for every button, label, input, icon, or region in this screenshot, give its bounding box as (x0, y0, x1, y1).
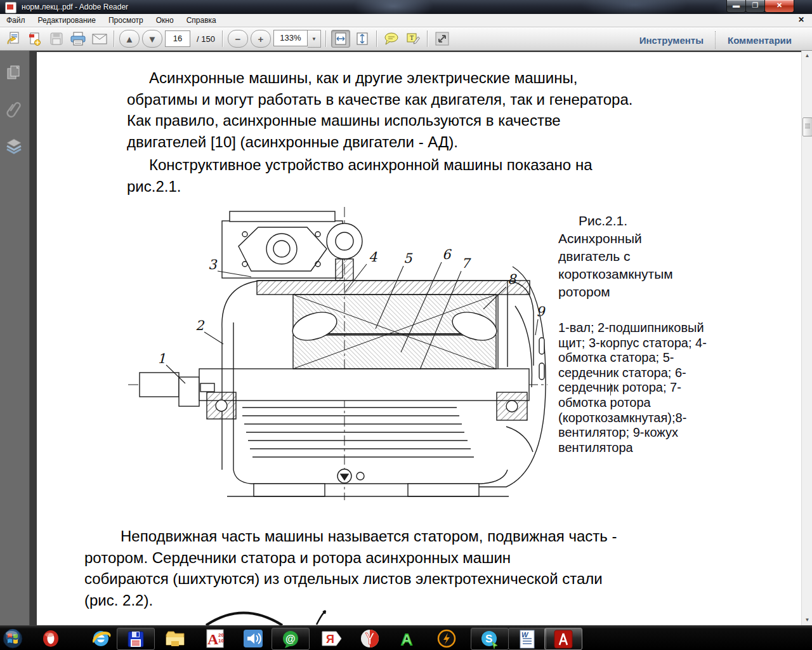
next-page-icon[interactable]: ▼ (142, 30, 162, 48)
comment-glyph (383, 32, 400, 46)
text-line: собираются (шихтуются) из отдельных лист… (84, 568, 617, 590)
figure-caption: Рис.2.1. Асинхронный двигатель с коротко… (558, 212, 673, 301)
volume-app-icon[interactable] (239, 628, 267, 648)
opera-icon[interactable] (38, 628, 63, 648)
attachments-paperclip-icon[interactable] (5, 100, 23, 118)
pdf-page: Асинхронные машины, как и другие электри… (37, 52, 801, 625)
word-icon[interactable]: W (508, 628, 546, 650)
callout-4: 4 (369, 249, 377, 265)
vertical-scrollbar[interactable]: ▲ ▼ (801, 51, 812, 625)
paragraph-2: Конструктивное устройство асинхронной ма… (127, 154, 592, 197)
svg-text:S: S (485, 633, 492, 645)
text-line: Асинхронный (558, 230, 673, 248)
adobe-pdf-icon (5, 2, 16, 13)
figure-2-2-partial (199, 606, 344, 625)
text-line: Конструктивное устройство асинхронной ма… (127, 154, 592, 176)
svg-text:@: @ (285, 633, 296, 644)
save-glyph (49, 31, 64, 46)
text-line: двигатель с (558, 248, 673, 265)
daemon-tools-icon[interactable] (433, 628, 461, 648)
text-line: сердечник ротора; 7- (558, 380, 707, 395)
tools-panel-button[interactable]: Инструменты (628, 35, 715, 46)
svg-text:T: T (410, 34, 414, 41)
toolbar-separator (325, 30, 327, 47)
menu-window[interactable]: Окно (150, 14, 180, 27)
text-line: обмотка ротора (558, 395, 707, 411)
text-line: ротором (558, 283, 673, 301)
text-line: 1-вал; 2-подшипниковый (558, 321, 707, 336)
fit-page-button[interactable] (353, 30, 372, 48)
autocad-icon[interactable]: A2010 (202, 628, 230, 648)
panel-buttons: Инструменты Комментарии (628, 31, 803, 49)
toolbar-separator (222, 30, 223, 47)
navigation-sidebar (0, 51, 30, 625)
previous-page-icon[interactable]: ▲ (119, 30, 140, 48)
start-orb[interactable] (1, 628, 24, 648)
scroll-up-icon[interactable]: ▲ (802, 51, 812, 61)
menu-help[interactable]: Справка (180, 14, 223, 27)
fullscreen-icon[interactable] (433, 30, 452, 48)
email-glyph (91, 32, 108, 46)
menu-edit[interactable]: Редактирование (32, 14, 102, 27)
abbyy-icon[interactable]: AA (395, 628, 424, 648)
close-document-icon[interactable]: ✕ (798, 15, 804, 24)
menu-file[interactable]: Файл (0, 14, 32, 27)
scrollbar-thumb[interactable] (802, 117, 812, 136)
explorer-folder-icon[interactable] (162, 628, 189, 648)
print-icon[interactable] (69, 30, 88, 48)
toolbar-separator (427, 30, 428, 47)
layers-icon[interactable] (5, 137, 23, 155)
text-cursor (610, 383, 611, 395)
save-icon[interactable] (47, 30, 66, 48)
print-glyph (70, 31, 86, 46)
text-line: Как правило, асинхронные машины использу… (127, 110, 632, 131)
close-button[interactable]: ✕ (764, 0, 794, 13)
skype-icon[interactable]: S (471, 628, 509, 650)
email-icon[interactable] (90, 30, 109, 48)
text-line: Неподвижная часть машины называется стат… (84, 526, 617, 547)
callout-2: 2 (195, 318, 205, 333)
title-bar: норм.лекц..pdf - Adobe Reader ▬ ❐ ✕ (0, 0, 812, 14)
yandex-browser-icon[interactable] (356, 628, 384, 648)
menu-view[interactable]: Просмотр (102, 14, 150, 27)
comments-panel-button[interactable]: Комментарии (716, 35, 803, 46)
internet-explorer-icon[interactable] (88, 628, 115, 648)
taskbar: A2010 @ Я AA S W RU ▲ 2:39 05.01.2015 (0, 625, 812, 650)
svg-text:A: A (402, 632, 411, 646)
zoom-dropdown-icon[interactable]: ▼ (308, 30, 321, 48)
text-line: Асинхронные машины, как и другие электри… (127, 67, 632, 89)
figure-legend: 1-вал; 2-подшипниковый щит; 3-корпус ста… (558, 321, 707, 455)
mailru-agent-icon[interactable]: @ (272, 628, 310, 650)
create-pdf-icon[interactable] (25, 30, 44, 48)
zoom-in-icon[interactable]: + (251, 30, 271, 48)
paragraph-1: Асинхронные машины, как и другие электри… (127, 67, 632, 152)
scroll-down-icon[interactable]: ▼ (802, 615, 812, 625)
callout-5: 5 (403, 251, 413, 266)
fit-width-button[interactable] (331, 30, 350, 48)
motor-diagram: 1 2 3 4 5 6 7 8 9 (127, 203, 549, 503)
yandex-icon[interactable]: Я (318, 628, 346, 648)
comment-bubble-icon[interactable] (382, 30, 401, 48)
page-number-input[interactable]: 16 (165, 30, 190, 47)
minimize-button[interactable]: ▬ (726, 0, 746, 13)
open-file-icon[interactable] (4, 30, 23, 48)
text-line: обмотка статора; 5- (558, 350, 707, 366)
text-line: (короткозамкнутая);8- (558, 411, 707, 426)
zoom-level-input[interactable]: 133% (273, 30, 308, 46)
total-commander-floppy-icon[interactable] (117, 628, 155, 650)
adobe-reader-icon[interactable] (544, 628, 582, 650)
create-pdf-glyph (27, 31, 43, 46)
open-file-glyph (6, 31, 21, 46)
callout-9: 9 (536, 304, 546, 319)
callout-8: 8 (508, 272, 517, 287)
toolbar-separator (114, 30, 115, 47)
callout-1: 1 (157, 351, 166, 366)
svg-text:20: 20 (218, 632, 224, 638)
restore-button[interactable]: ❐ (745, 0, 765, 13)
callout-7: 7 (461, 256, 471, 271)
page-thumbnails-icon[interactable] (5, 63, 23, 81)
text-line: рис.2.1. (127, 176, 592, 197)
text-markup-icon[interactable]: T (403, 30, 422, 48)
zoom-out-icon[interactable]: − (228, 30, 248, 48)
text-markup-glyph: T (405, 32, 421, 46)
